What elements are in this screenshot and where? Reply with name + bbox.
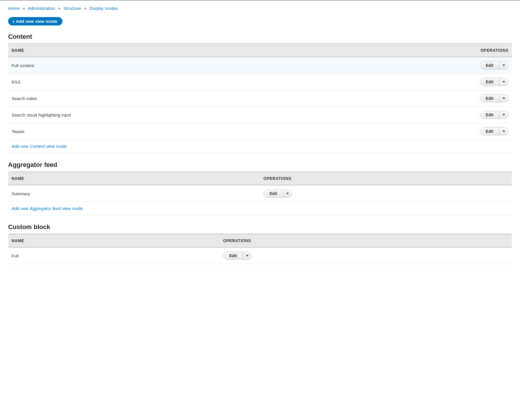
dropbutton: Edit — [480, 94, 508, 102]
breadcrumb-home[interactable]: Home — [8, 6, 20, 11]
dropbutton: Edit — [480, 78, 508, 86]
plus-icon: + — [12, 19, 15, 24]
row-name: Summary — [8, 185, 260, 202]
section-title-content: Content — [8, 33, 512, 40]
breadcrumb-display-modes[interactable]: Display modes — [89, 6, 118, 11]
section-title-custom-block: Custom block — [8, 223, 512, 231]
chevron-down-icon — [502, 81, 505, 83]
dropbutton: Edit — [480, 61, 508, 69]
row-name: RSS — [8, 74, 335, 90]
section-title-aggregator: Aggregator feed — [8, 161, 512, 169]
dropbutton: Edit — [263, 189, 292, 198]
content-table: NAME OPERATIONS Full content Edit RSS — [8, 43, 512, 153]
dropbutton-toggle[interactable] — [283, 190, 292, 197]
chevron-down-icon — [502, 65, 505, 66]
dropbutton: Edit — [480, 127, 508, 135]
custom-block-table: NAME OPERATIONS Full Edit — [8, 234, 512, 264]
add-button-label: Add new view mode — [16, 19, 57, 24]
edit-button[interactable]: Edit — [264, 190, 283, 197]
table-row: Full content Edit — [8, 57, 512, 74]
section-custom-block: Custom block NAME OPERATIONS Full Edit — [8, 223, 512, 264]
dropbutton: Edit — [223, 252, 252, 260]
add-new-aggregator-feed-view-mode-link[interactable]: Add new Aggregator feed view mode — [12, 206, 83, 211]
edit-button[interactable]: Edit — [480, 111, 499, 119]
section-aggregator-feed: Aggregator feed NAME OPERATIONS Summary … — [8, 161, 512, 215]
table-row: Search index Edit — [8, 90, 512, 107]
row-name: Search index — [8, 90, 335, 107]
row-name: Teaser — [8, 123, 335, 140]
add-link-row: Add new Aggregator feed view mode — [8, 202, 512, 215]
chevron-down-icon — [502, 130, 505, 132]
row-name: Search result highlighting input — [8, 107, 335, 123]
col-name: NAME — [8, 172, 260, 185]
dropbutton-toggle[interactable] — [243, 252, 252, 259]
col-operations: OPERATIONS — [260, 172, 512, 185]
breadcrumb-structure[interactable]: Structure — [64, 6, 81, 11]
col-operations: OPERATIONS — [335, 44, 512, 57]
breadcrumb-sep: » — [23, 6, 25, 11]
row-name: Full content — [8, 57, 335, 74]
dropbutton: Edit — [480, 111, 508, 119]
table-row: Summary Edit — [8, 185, 512, 202]
chevron-down-icon — [502, 97, 505, 99]
add-new-content-view-mode-link[interactable]: Add new Content view mode — [12, 144, 67, 149]
chevron-down-icon — [502, 114, 505, 116]
dropbutton-toggle[interactable] — [499, 128, 508, 135]
edit-button[interactable]: Edit — [224, 252, 243, 259]
table-row: Search result highlighting input Edit — [8, 107, 512, 123]
add-link-row: Add new Content view mode — [8, 140, 512, 153]
edit-button[interactable]: Edit — [480, 95, 499, 102]
col-operations: OPERATIONS — [220, 234, 512, 247]
edit-button[interactable]: Edit — [480, 128, 499, 135]
col-name: NAME — [8, 234, 220, 247]
table-row: Teaser Edit — [8, 123, 512, 140]
col-name: NAME — [8, 44, 335, 57]
edit-button[interactable]: Edit — [480, 62, 499, 69]
chevron-down-icon — [246, 255, 249, 257]
breadcrumb-sep: » — [84, 6, 86, 11]
table-row: RSS Edit — [8, 74, 512, 90]
table-row: Full Edit — [8, 247, 512, 264]
row-name: Full — [8, 247, 220, 264]
dropbutton-toggle[interactable] — [499, 95, 508, 102]
section-content: Content NAME OPERATIONS Full content Edi… — [8, 33, 512, 153]
dropbutton-toggle[interactable] — [499, 78, 508, 86]
edit-button[interactable]: Edit — [480, 78, 499, 86]
add-new-view-mode-button[interactable]: + Add new view mode — [8, 17, 62, 25]
breadcrumb: Home » Administration » Structure » Disp… — [8, 6, 512, 11]
chevron-down-icon — [286, 193, 289, 194]
dropbutton-toggle[interactable] — [499, 111, 508, 119]
breadcrumb-administration[interactable]: Administration — [28, 6, 55, 11]
aggregator-table: NAME OPERATIONS Summary Edit — [8, 172, 512, 215]
dropbutton-toggle[interactable] — [499, 62, 508, 69]
breadcrumb-sep: » — [58, 6, 60, 11]
